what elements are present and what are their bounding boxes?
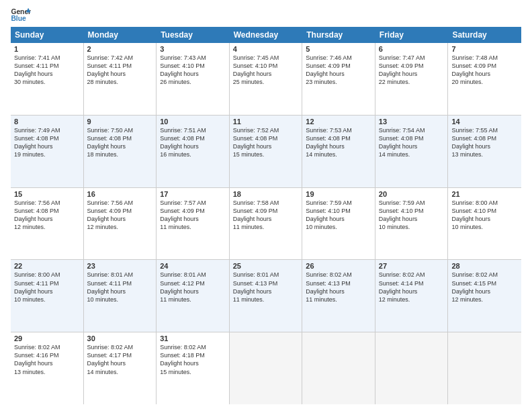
cal-cell-empty [448,332,521,404]
svg-text:Blue: Blue [11,15,26,22]
day-number: 11 [233,118,299,126]
day-number: 3 [160,45,226,53]
cal-cell: 8Sunrise: 7:49 AMSunset: 4:08 PMDaylight… [11,116,84,187]
cal-header-cell: Monday [84,27,157,43]
page: General Blue SundayMondayTuesdayWednesda… [0,0,532,411]
day-info: Sunrise: 8:02 AMSunset: 4:18 PMDaylight … [160,343,226,376]
cal-week: 1Sunrise: 7:41 AMSunset: 4:11 PMDaylight… [11,43,521,116]
cal-header-cell: Sunday [11,27,84,43]
header: General Blue [11,7,521,23]
day-number: 10 [160,118,226,126]
cal-cell: 6Sunrise: 7:47 AMSunset: 4:09 PMDaylight… [375,43,449,115]
cal-header-cell: Friday [375,27,449,43]
day-info: Sunrise: 8:02 AMSunset: 4:16 PMDaylight … [14,343,80,376]
day-info: Sunrise: 8:02 AMSunset: 4:17 PMDaylight … [87,343,153,376]
day-info: Sunrise: 7:47 AMSunset: 4:09 PMDaylight … [379,54,445,87]
cal-cell: 9Sunrise: 7:50 AMSunset: 4:08 PMDaylight… [84,116,157,187]
cal-cell: 2Sunrise: 7:42 AMSunset: 4:11 PMDaylight… [84,43,157,115]
cal-cell-empty [375,332,449,404]
cal-cell: 17Sunrise: 7:57 AMSunset: 4:09 PMDayligh… [157,188,230,260]
day-info: Sunrise: 8:01 AMSunset: 4:13 PMDaylight … [233,271,299,304]
cal-header-cell: Tuesday [157,27,230,43]
day-info: Sunrise: 7:52 AMSunset: 4:08 PMDaylight … [233,126,299,159]
day-number: 2 [87,45,153,53]
day-info: Sunrise: 7:54 AMSunset: 4:08 PMDaylight … [379,126,445,159]
day-info: Sunrise: 7:46 AMSunset: 4:09 PMDaylight … [306,54,371,87]
cal-cell: 3Sunrise: 7:43 AMSunset: 4:10 PMDaylight… [157,43,230,115]
cal-cell: 15Sunrise: 7:56 AMSunset: 4:08 PMDayligh… [11,188,84,260]
cal-cell: 24Sunrise: 8:01 AMSunset: 4:12 PMDayligh… [157,260,230,332]
day-number: 26 [306,262,371,270]
day-info: Sunrise: 7:48 AMSunset: 4:09 PMDaylight … [451,54,518,87]
day-info: Sunrise: 7:56 AMSunset: 4:08 PMDaylight … [14,199,80,232]
day-number: 21 [451,190,518,198]
cal-cell: 29Sunrise: 8:02 AMSunset: 4:16 PMDayligh… [11,332,84,404]
day-number: 25 [233,262,299,270]
cal-cell: 28Sunrise: 8:02 AMSunset: 4:15 PMDayligh… [448,260,521,332]
day-number: 27 [379,262,445,270]
day-info: Sunrise: 8:01 AMSunset: 4:11 PMDaylight … [87,271,153,304]
day-number: 14 [451,118,518,126]
calendar-body: 1Sunrise: 7:41 AMSunset: 4:11 PMDaylight… [11,43,521,404]
cal-cell: 22Sunrise: 8:00 AMSunset: 4:11 PMDayligh… [11,260,84,332]
day-number: 13 [379,118,445,126]
cal-week: 8Sunrise: 7:49 AMSunset: 4:08 PMDaylight… [11,116,521,188]
cal-week: 15Sunrise: 7:56 AMSunset: 4:08 PMDayligh… [11,188,521,261]
day-info: Sunrise: 7:57 AMSunset: 4:09 PMDaylight … [160,199,226,232]
day-info: Sunrise: 7:59 AMSunset: 4:10 PMDaylight … [379,199,445,232]
cal-cell: 25Sunrise: 8:01 AMSunset: 4:13 PMDayligh… [230,260,303,332]
cal-cell: 12Sunrise: 7:53 AMSunset: 4:08 PMDayligh… [302,116,375,187]
day-info: Sunrise: 8:01 AMSunset: 4:12 PMDaylight … [160,271,226,304]
day-info: Sunrise: 7:45 AMSunset: 4:10 PMDaylight … [233,54,299,87]
day-number: 19 [306,190,371,198]
day-info: Sunrise: 8:02 AMSunset: 4:13 PMDaylight … [306,271,371,304]
day-number: 30 [87,334,153,342]
day-info: Sunrise: 7:53 AMSunset: 4:08 PMDaylight … [306,126,371,159]
day-info: Sunrise: 7:43 AMSunset: 4:10 PMDaylight … [160,54,226,87]
day-info: Sunrise: 8:00 AMSunset: 4:11 PMDaylight … [14,271,80,304]
calendar-header: SundayMondayTuesdayWednesdayThursdayFrid… [11,27,521,43]
day-number: 22 [14,262,80,270]
day-info: Sunrise: 7:59 AMSunset: 4:10 PMDaylight … [306,199,371,232]
day-number: 31 [160,334,226,342]
cal-cell: 21Sunrise: 8:00 AMSunset: 4:10 PMDayligh… [448,188,521,260]
day-info: Sunrise: 8:02 AMSunset: 4:15 PMDaylight … [451,271,518,304]
day-number: 1 [14,45,80,53]
day-info: Sunrise: 7:56 AMSunset: 4:09 PMDaylight … [87,199,153,232]
logo-icon: General Blue [11,7,31,23]
logo: General Blue [11,7,31,23]
day-info: Sunrise: 7:58 AMSunset: 4:09 PMDaylight … [233,199,299,232]
cal-week: 22Sunrise: 8:00 AMSunset: 4:11 PMDayligh… [11,260,521,332]
cal-cell-empty [302,332,375,404]
day-number: 7 [451,45,518,53]
cal-cell: 31Sunrise: 8:02 AMSunset: 4:18 PMDayligh… [157,332,230,404]
cal-cell: 20Sunrise: 7:59 AMSunset: 4:10 PMDayligh… [375,188,449,260]
day-info: Sunrise: 8:02 AMSunset: 4:14 PMDaylight … [379,271,445,304]
cal-cell: 11Sunrise: 7:52 AMSunset: 4:08 PMDayligh… [230,116,303,187]
cal-week: 29Sunrise: 8:02 AMSunset: 4:16 PMDayligh… [11,332,521,404]
day-number: 24 [160,262,226,270]
day-number: 9 [87,118,153,126]
cal-cell: 14Sunrise: 7:55 AMSunset: 4:08 PMDayligh… [448,116,521,187]
cal-header-cell: Thursday [302,27,375,43]
cal-cell: 19Sunrise: 7:59 AMSunset: 4:10 PMDayligh… [302,188,375,260]
cal-cell: 7Sunrise: 7:48 AMSunset: 4:09 PMDaylight… [448,43,521,115]
day-number: 18 [233,190,299,198]
day-info: Sunrise: 7:51 AMSunset: 4:08 PMDaylight … [160,126,226,159]
cal-cell: 5Sunrise: 7:46 AMSunset: 4:09 PMDaylight… [302,43,375,115]
cal-cell: 26Sunrise: 8:02 AMSunset: 4:13 PMDayligh… [302,260,375,332]
cal-cell: 10Sunrise: 7:51 AMSunset: 4:08 PMDayligh… [157,116,230,187]
day-number: 28 [451,262,518,270]
cal-cell: 16Sunrise: 7:56 AMSunset: 4:09 PMDayligh… [84,188,157,260]
day-number: 15 [14,190,80,198]
cal-cell: 18Sunrise: 7:58 AMSunset: 4:09 PMDayligh… [230,188,303,260]
cal-header-cell: Wednesday [230,27,303,43]
day-info: Sunrise: 7:42 AMSunset: 4:11 PMDaylight … [87,54,153,87]
day-number: 4 [233,45,299,53]
day-number: 29 [14,334,80,342]
day-number: 23 [87,262,153,270]
cal-cell: 4Sunrise: 7:45 AMSunset: 4:10 PMDaylight… [230,43,303,115]
day-info: Sunrise: 8:00 AMSunset: 4:10 PMDaylight … [451,199,518,232]
day-number: 12 [306,118,371,126]
day-info: Sunrise: 7:41 AMSunset: 4:11 PMDaylight … [14,54,80,87]
